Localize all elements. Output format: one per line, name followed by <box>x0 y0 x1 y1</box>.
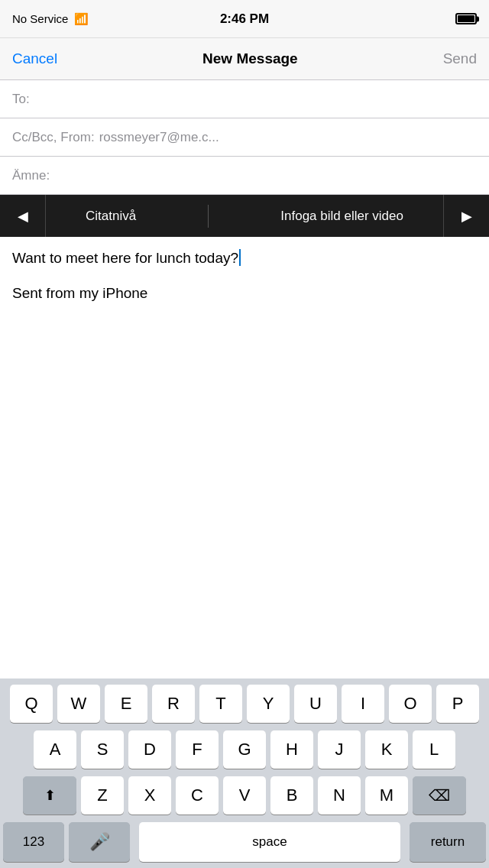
format-options: Citatnivå Infoga bild eller video <box>46 205 443 228</box>
keyboard-row-2: A S D F G H J K L <box>3 730 486 769</box>
no-service-label: No Service <box>12 12 68 25</box>
key-g[interactable]: G <box>223 730 266 769</box>
key-j[interactable]: J <box>318 730 361 769</box>
cancel-button[interactable]: Cancel <box>12 50 57 67</box>
microphone-key[interactable]: 🎤 <box>69 822 130 862</box>
prev-format-button[interactable]: ◀ <box>0 195 46 237</box>
keyboard-row-1: Q W E R T Y U I O P <box>3 685 486 723</box>
shift-key[interactable]: ⬆ <box>23 776 76 815</box>
body-text: Want to meet here for lunch today? <box>12 248 477 270</box>
body-content: Want to meet here for lunch today? <box>12 250 238 266</box>
battery-icon <box>455 13 477 24</box>
key-c[interactable]: C <box>176 776 219 815</box>
quote-level-button[interactable]: Citatnivå <box>78 209 144 224</box>
backspace-key[interactable]: ⌫ <box>413 776 466 815</box>
subject-field[interactable]: Ämne: <box>0 157 489 195</box>
to-field[interactable]: To: <box>0 80 489 118</box>
key-n[interactable]: N <box>318 776 361 815</box>
cc-label: Cc/Bcc, From: <box>12 130 95 145</box>
cc-field[interactable]: Cc/Bcc, From: rossmeyer7@me.c... <box>0 118 489 157</box>
text-cursor <box>239 249 241 266</box>
key-y[interactable]: Y <box>247 685 290 723</box>
space-key[interactable]: space <box>139 822 400 862</box>
next-arrow-icon: ▶ <box>461 208 472 225</box>
key-k[interactable]: K <box>365 730 408 769</box>
key-v[interactable]: V <box>223 776 266 815</box>
key-d[interactable]: D <box>128 730 171 769</box>
key-b[interactable]: B <box>270 776 313 815</box>
carrier-info: No Service 📶 <box>12 12 89 26</box>
insert-media-button[interactable]: Infoga bild eller video <box>273 209 411 224</box>
key-r[interactable]: R <box>152 685 195 723</box>
key-i[interactable]: I <box>342 685 384 723</box>
next-format-button[interactable]: ▶ <box>443 195 489 237</box>
key-m[interactable]: M <box>365 776 408 815</box>
to-label: To: <box>12 92 43 107</box>
email-body[interactable]: Want to meet here for lunch today? Sent … <box>0 237 489 336</box>
to-input[interactable] <box>43 92 477 107</box>
key-l[interactable]: L <box>413 730 455 769</box>
subject-label: Ämne: <box>12 168 50 183</box>
signature-text: Sent from my iPhone <box>12 285 477 302</box>
wifi-icon: 📶 <box>74 12 89 26</box>
keyboard: Q W E R T Y U I O P A S D F G H J K L ⬆ … <box>0 679 489 868</box>
key-u[interactable]: U <box>294 685 337 723</box>
key-q[interactable]: Q <box>10 685 53 723</box>
nav-bar: Cancel New Message Send <box>0 38 489 80</box>
key-z[interactable]: Z <box>81 776 124 815</box>
key-o[interactable]: O <box>389 685 432 723</box>
return-key[interactable]: return <box>410 822 486 862</box>
status-time: 2:46 PM <box>220 11 269 27</box>
format-divider <box>208 205 209 228</box>
page-title: New Message <box>202 50 298 67</box>
prev-arrow-icon: ◀ <box>18 208 28 225</box>
key-s[interactable]: S <box>81 730 124 769</box>
backspace-icon: ⌫ <box>429 786 450 805</box>
numbers-key[interactable]: 123 <box>3 822 64 862</box>
cc-value: rossmeyer7@me.c... <box>99 130 219 145</box>
key-p[interactable]: P <box>436 685 479 723</box>
keyboard-bottom-row: 123 🎤 space return <box>3 822 486 862</box>
key-e[interactable]: E <box>105 685 147 723</box>
formatting-bar: ◀ Citatnivå Infoga bild eller video ▶ <box>0 195 489 237</box>
key-f[interactable]: F <box>176 730 219 769</box>
key-t[interactable]: T <box>199 685 242 723</box>
key-h[interactable]: H <box>270 730 313 769</box>
key-x[interactable]: X <box>128 776 171 815</box>
key-w[interactable]: W <box>57 685 100 723</box>
subject-input[interactable] <box>50 168 477 183</box>
send-button[interactable]: Send <box>443 50 477 67</box>
keyboard-row-3: ⬆ Z X C V B N M ⌫ <box>3 776 486 815</box>
key-a[interactable]: A <box>34 730 76 769</box>
battery-area <box>455 13 477 24</box>
status-bar: No Service 📶 2:46 PM <box>0 0 489 38</box>
